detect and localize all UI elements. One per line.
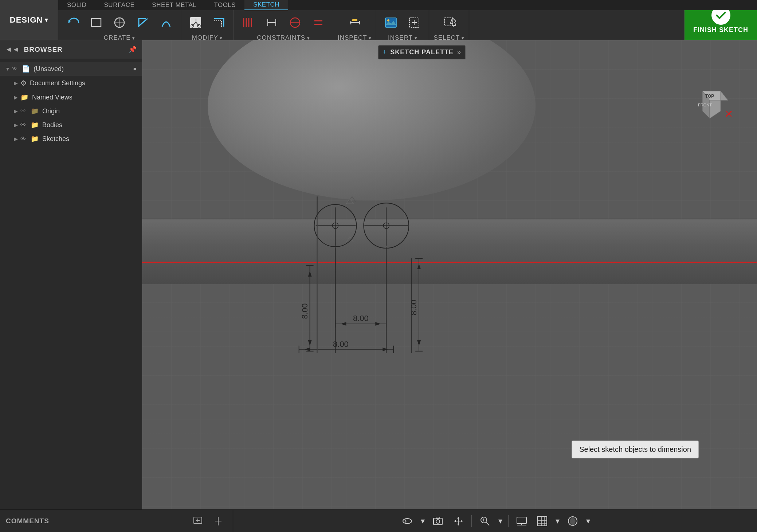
- tree-origin[interactable]: ▶ 👁 📁 Origin: [0, 104, 142, 118]
- tree-root[interactable]: ▼ 👁 📄 (Unsaved) ●: [0, 62, 142, 76]
- comments-add-icon[interactable]: [189, 512, 207, 530]
- inspect-button[interactable]: [345, 12, 365, 33]
- bodies-label: Bodies: [42, 121, 137, 129]
- sketches-eye-icon[interactable]: 👁: [20, 136, 31, 142]
- svg-line-96: [486, 522, 489, 525]
- equal-button[interactable]: [308, 12, 329, 33]
- tooltip-text: Select sketch objects to dimension: [579, 445, 691, 453]
- tree-named-views[interactable]: ▶ 📁 Named Views: [0, 90, 142, 104]
- doc-expand-arrow[interactable]: ▶: [14, 80, 20, 86]
- 3d-platform: [142, 219, 757, 284]
- hatch-button[interactable]: [238, 12, 259, 33]
- zoom-dropdown[interactable]: ▾: [497, 512, 504, 530]
- tab-sheet-metal[interactable]: SHEET METAL: [143, 0, 205, 10]
- select-arrow[interactable]: ▾: [460, 35, 464, 41]
- named-views-folder-icon: 📁: [20, 93, 32, 101]
- insert-label: INSERT ▾: [388, 33, 417, 42]
- tree-document-settings[interactable]: ▶ ⚙ Document Settings: [0, 76, 142, 90]
- bodies-expand[interactable]: ▶: [14, 122, 20, 128]
- svg-marker-93: [454, 520, 456, 522]
- pan-button[interactable]: [450, 512, 467, 530]
- sketch-palette-expand[interactable]: »: [457, 48, 461, 56]
- modify-arrow[interactable]: ▾: [218, 35, 223, 41]
- sketch-palette-label: SKETCH PALETTE: [390, 48, 454, 56]
- browser-header: ◄◄ BROWSER 📌: [0, 40, 142, 59]
- line-button[interactable]: [133, 12, 153, 33]
- visual-style-button[interactable]: [564, 512, 581, 530]
- canvas-area[interactable]: 8.00 8.00 8.00 8.00: [142, 40, 757, 509]
- insert-arrow[interactable]: ▾: [413, 35, 417, 41]
- modify-icons: [185, 12, 229, 33]
- insert-image-button[interactable]: [381, 12, 401, 33]
- root-settings-icon[interactable]: ●: [133, 66, 137, 72]
- inspect-label: INSPECT ▾: [338, 33, 372, 42]
- pin-icon[interactable]: 📌: [129, 46, 137, 54]
- tab-tools[interactable]: TOOLS: [205, 0, 244, 10]
- arc-button[interactable]: [156, 12, 176, 33]
- design-button[interactable]: DESIGN ▾: [0, 0, 58, 40]
- constraints-arrow[interactable]: ▾: [305, 35, 310, 41]
- tab-solid[interactable]: SOLID: [58, 0, 95, 10]
- browser-collapse[interactable]: ◄◄: [5, 45, 20, 54]
- create-section: CREATE ▾: [58, 10, 181, 40]
- visual-style-dropdown[interactable]: ▾: [584, 512, 592, 530]
- svg-marker-19: [274, 22, 276, 23]
- select-button[interactable]: [439, 12, 459, 33]
- svg-text:FRONT: FRONT: [698, 103, 712, 107]
- comments-icons: [189, 512, 227, 530]
- dimension-tooltip: Select sketch objects to dimension: [572, 441, 699, 458]
- finish-sketch-label: FINISH SKETCH: [693, 26, 748, 34]
- inspect-section: INSPECT ▾: [333, 10, 376, 40]
- sketch-palette-panel[interactable]: + SKETCH PALETTE »: [378, 45, 466, 59]
- orbit-dropdown[interactable]: ▾: [419, 512, 426, 530]
- zoom-button[interactable]: [476, 512, 494, 530]
- tree-bodies[interactable]: ▶ 👁 📁 Bodies: [0, 118, 142, 132]
- sketches-folder-icon: 📁: [31, 135, 42, 143]
- svg-rect-28: [385, 18, 396, 27]
- doc-gear-icon: ⚙: [20, 79, 27, 87]
- tab-surface[interactable]: SURFACE: [95, 0, 144, 10]
- origin-eye-icon[interactable]: 👁: [20, 108, 31, 114]
- bottom-tools: ▾: [233, 510, 757, 532]
- grid-dropdown[interactable]: ▾: [554, 512, 561, 530]
- offset-button[interactable]: [209, 12, 229, 33]
- svg-marker-91: [457, 517, 459, 519]
- view-cube[interactable]: TOP FRONT: [688, 84, 735, 133]
- root-eye-icon[interactable]: 👁: [12, 66, 22, 72]
- design-label: DESIGN: [10, 15, 43, 25]
- comments-pin-icon[interactable]: [209, 512, 227, 530]
- circle-button[interactable]: [109, 12, 130, 33]
- tree-sketches[interactable]: ▶ 👁 📁 Sketches: [0, 132, 142, 146]
- sketches-label: Sketches: [42, 135, 137, 143]
- scissors-button[interactable]: [185, 12, 206, 33]
- root-expand-arrow[interactable]: ▼: [5, 66, 12, 72]
- origin-expand[interactable]: ▶: [14, 108, 20, 114]
- top-toolbar: SOLID SURFACE SHEET METAL TOOLS SKETCH D…: [0, 0, 757, 40]
- root-folder-icon: 📄: [22, 65, 34, 73]
- browser-title: BROWSER: [24, 46, 129, 54]
- named-views-expand[interactable]: ▶: [14, 94, 20, 100]
- dimension-button[interactable]: [262, 12, 282, 33]
- undo-button[interactable]: [63, 12, 83, 33]
- insert-button[interactable]: [404, 12, 424, 33]
- named-views-label: Named Views: [32, 94, 137, 101]
- orbit-button[interactable]: [399, 512, 416, 530]
- constraints-section: CONSTRAINTS ▾: [234, 10, 333, 40]
- bodies-folder-icon: 📁: [31, 121, 42, 129]
- origin-folder-icon: 📁: [31, 107, 42, 115]
- constraints-icons: [238, 12, 329, 33]
- bodies-eye-icon[interactable]: 👁: [20, 122, 31, 128]
- display-button[interactable]: [513, 512, 530, 530]
- bottom-bar: COMMENTS ▾: [0, 509, 757, 532]
- select-section: SELECT ▾: [429, 10, 469, 40]
- create-arrow[interactable]: ▾: [131, 35, 136, 41]
- sketches-expand[interactable]: ▶: [14, 136, 20, 142]
- camera-button[interactable]: [429, 512, 447, 530]
- inspect-arrow[interactable]: ▾: [367, 35, 372, 41]
- tab-sketch[interactable]: SKETCH: [244, 0, 288, 10]
- circle-constraint-button[interactable]: [285, 12, 305, 33]
- svg-rect-88: [434, 518, 442, 525]
- rectangle-button[interactable]: [86, 12, 106, 33]
- grid-button[interactable]: [533, 512, 551, 530]
- svg-text:TOP: TOP: [705, 94, 714, 99]
